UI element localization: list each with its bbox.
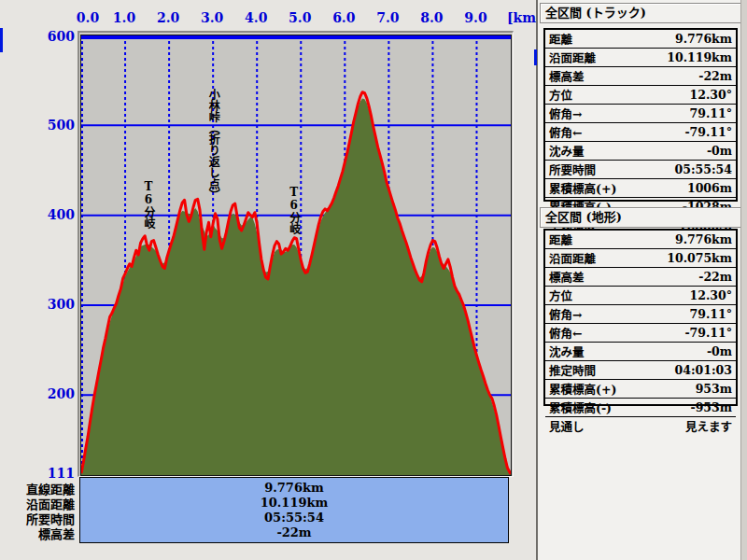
summary-value: 9.776km — [264, 481, 323, 496]
waypoint-annotation: T6分岐 — [288, 186, 300, 234]
stat-label: 方位 — [549, 86, 572, 104]
stat-label: 累積標高(-) — [549, 399, 612, 416]
terrain-stats-table: 距離9.776km沿面距離10.075km標高差-22m方位12.30°俯角→7… — [543, 229, 738, 406]
panel-title-track: 全区間 (トラック) — [540, 3, 746, 23]
x-tick-label: 9.0 — [458, 10, 492, 25]
stat-value: 12.30° — [690, 288, 732, 302]
scrollbar-fragment-divider — [534, 49, 537, 65]
elevation-chart-svg — [81, 35, 511, 475]
stat-row: 沿面距離10.119km — [545, 49, 736, 67]
stat-label: 距離 — [549, 231, 572, 248]
stat-row: 沈み量-0m — [545, 142, 736, 161]
stat-value: 04:01:03 — [675, 363, 732, 377]
stat-value: -22m — [698, 270, 732, 284]
stat-value: 12.30° — [690, 88, 732, 102]
x-tick-label: 5.0 — [283, 10, 317, 25]
summary-value: -22m — [276, 525, 311, 540]
stat-value: 10.075km — [667, 251, 732, 265]
summary-row-label: 標高差 — [0, 525, 75, 539]
y-tick-label: 111 — [0, 466, 75, 481]
x-tick-label: 3.0 — [195, 10, 229, 25]
panel-title-terrain: 全区間 (地形) — [540, 207, 746, 228]
stat-row: 距離9.776km — [545, 231, 736, 249]
y-tick-label: 300 — [0, 297, 75, 312]
stat-value: -79.11° — [684, 326, 732, 340]
stat-value: 953m — [696, 382, 732, 396]
stat-row: 方位12.30° — [545, 287, 736, 305]
stat-label: 標高差 — [549, 268, 585, 286]
stat-row: 距離9.776km — [545, 30, 736, 49]
y-tick-label: 500 — [0, 118, 75, 133]
waypoint-annotation: 小林峠（折り返し点） — [206, 89, 218, 201]
stat-label: 俯角→ — [549, 305, 582, 323]
y-tick-label: 400 — [0, 207, 75, 222]
stat-value: 9.776km — [675, 32, 732, 46]
stat-label: 沈み量 — [549, 142, 585, 160]
app-window: T6分岐小林峠（折り返し点）T6分岐 0.01.02.03.04.05.06.0… — [0, 0, 747, 560]
stat-label: 俯角← — [549, 324, 582, 342]
stat-row: 俯角→79.11° — [545, 305, 736, 324]
stat-row: 累積標高(+)1006m — [545, 179, 736, 198]
stat-row: 所要時間05:55:54 — [545, 161, 736, 179]
stat-row: 累積標高(+)953m — [545, 380, 736, 399]
stat-row: 標高差-22m — [545, 268, 736, 287]
stat-row: 俯角←-79.11° — [545, 123, 736, 142]
summary-value: 10.119km — [261, 496, 329, 511]
stat-row: 俯角←-79.11° — [545, 324, 736, 343]
elevation-chart-region: T6分岐小林峠（折り返し点）T6分岐 0.01.02.03.04.05.06.0… — [0, 0, 536, 560]
stat-label: 累積標高(+) — [549, 380, 616, 398]
x-tick-label: 7.0 — [371, 10, 404, 25]
stat-label: 沿面距離 — [549, 49, 596, 66]
summary-row-label: 直線距離 — [0, 480, 75, 495]
stat-label: 方位 — [549, 287, 572, 304]
info-panel-region: 全区間 (トラック) 距離9.776km沿面距離10.119km標高差-22m方… — [536, 0, 747, 560]
stat-value: 79.11° — [690, 307, 732, 321]
x-tick-label: 1.0 — [107, 10, 141, 25]
stat-label: 沿面距離 — [549, 249, 596, 267]
stat-value: -22m — [698, 69, 732, 83]
x-tick-label: 0.0 — [71, 10, 105, 25]
summary-row-label: 所要時間 — [0, 510, 75, 525]
y-tick-label: 600 — [0, 29, 75, 44]
stat-value: 05:55:54 — [675, 162, 732, 176]
track-stats-table: 距離9.776km沿面距離10.119km標高差-22m方位12.30°俯角→7… — [543, 28, 738, 202]
stat-row: 沿面距離10.075km — [545, 249, 736, 268]
stat-value: 9.776km — [675, 232, 732, 246]
stat-label: 推定時間 — [549, 361, 596, 379]
stat-label: 所要時間 — [549, 161, 596, 178]
y-tick-label: 200 — [0, 386, 75, 401]
scrollbar-fragment-left — [0, 28, 3, 52]
summary-value: 05:55:54 — [264, 511, 324, 525]
stat-label: 標高差 — [549, 67, 585, 85]
stat-value: 1006m — [687, 181, 732, 195]
x-tick-label: 6.0 — [327, 10, 360, 25]
stat-label: 累積標高(+) — [549, 179, 616, 197]
stat-row: 沈み量-0m — [545, 343, 736, 361]
waypoint-annotation: T6分岐 — [142, 180, 154, 229]
stat-row: 方位12.30° — [545, 86, 736, 105]
elevation-plot[interactable]: T6分岐小林峠（折り返し点）T6分岐 — [80, 35, 512, 476]
x-tick-label: 8.0 — [415, 10, 448, 25]
stat-row: 標高差-22m — [545, 67, 736, 86]
stat-row: 見通し見えます — [545, 417, 736, 435]
stat-value: 10.119km — [667, 50, 732, 64]
stat-label: 見通し — [549, 417, 585, 435]
stat-label: 距離 — [549, 30, 572, 48]
stat-value: 見えます — [685, 417, 732, 435]
summary-box: 9.776km10.119km05:55:54-22m — [79, 477, 509, 543]
summary-row-label: 沿面距離 — [0, 495, 75, 510]
stat-row: 俯角→79.11° — [545, 105, 736, 123]
stat-value: -0m — [707, 144, 732, 158]
stat-value: -79.11° — [684, 125, 732, 139]
stat-row: 累積標高(-)-953m — [545, 399, 736, 417]
stat-label: 俯角← — [549, 123, 582, 141]
x-tick-label: 4.0 — [239, 10, 273, 25]
stat-value: -953m — [690, 400, 732, 414]
stat-value: 79.11° — [690, 106, 732, 120]
stat-row: 推定時間04:01:03 — [545, 361, 736, 380]
x-tick-label: 2.0 — [151, 10, 185, 25]
right-edge-strip — [740, 0, 747, 560]
stat-label: 沈み量 — [549, 343, 585, 360]
stat-label: 俯角→ — [549, 105, 582, 122]
stat-value: -0m — [707, 344, 732, 358]
